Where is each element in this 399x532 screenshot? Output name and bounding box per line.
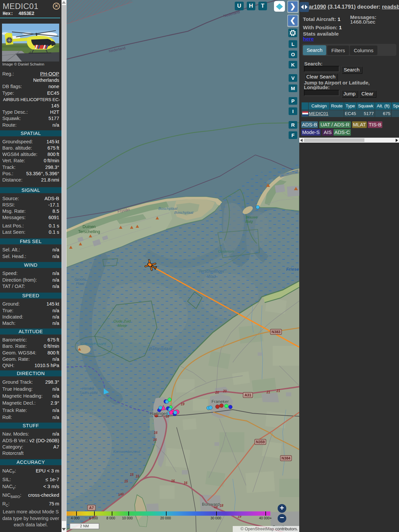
svg-text:N359: N359 [256,440,265,444]
svg-text:Terschellinger: Terschellinger [199,269,224,274]
svg-text:Bolsward: Bolsward [202,502,219,507]
svg-text:Terschelling: Terschelling [78,229,100,234]
svg-text:Tjaars-plaat: Tjaars-plaat [79,391,98,395]
svg-text:15: 15 [135,474,139,478]
svg-text:16: 16 [154,431,158,435]
svg-text:21: 21 [266,390,270,394]
svg-text:Meep: Meep [117,324,127,328]
svg-text:Kornwerderzand: Kornwerderzand [113,450,141,454]
svg-text:15: 15 [124,479,128,483]
svg-text:Groote: Groote [74,277,86,281]
svg-text:Oude Zuid: Oude Zuid [113,319,131,323]
svg-text:Oosterom: Oosterom [218,249,234,253]
svg-text:Boschplaat: Boschplaat [159,206,178,210]
svg-text:16: 16 [184,481,188,485]
svg-text:Friese: Friese [286,267,299,272]
svg-text:Hendrik: Hendrik [82,386,95,390]
svg-text:16: 16 [171,479,175,483]
svg-text:20: 20 [215,391,219,394]
svg-text:Plaat: Plaat [76,282,84,286]
svg-text:N383: N383 [272,330,280,334]
svg-text:21: 21 [276,389,280,393]
svg-text:Duinen: Duinen [82,224,96,229]
svg-text:Boschplaat: Boschplaat [175,210,194,214]
svg-text:19: 19 [181,402,185,406]
svg-text:Balg: Balg [245,219,253,223]
svg-text:18: 18 [219,504,223,507]
svg-text:Franeker: Franeker [211,399,229,404]
svg-text:Blauwe: Blauwe [246,215,258,219]
svg-text:A7: A7 [89,506,94,510]
svg-text:Ballastplaat: Ballastplaat [149,346,173,351]
svg-text:N384: N384 [282,456,291,460]
svg-text:Grienderwaard: Grienderwaard [81,342,106,346]
svg-text:16: 16 [153,438,157,442]
svg-text:Wad: Wad [207,274,216,279]
svg-text:20: 20 [222,389,227,393]
svg-text:15: 15 [130,473,134,476]
svg-text:A31: A31 [244,393,251,397]
svg-text:Harlingen: Harlingen [150,411,168,416]
